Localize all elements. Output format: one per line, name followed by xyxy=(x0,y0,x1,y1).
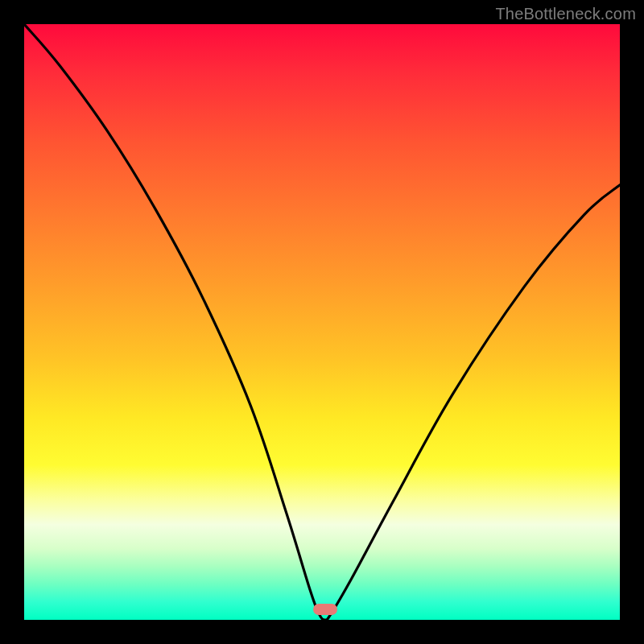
minimum-marker xyxy=(313,604,337,615)
chart-frame: TheBottleneck.com xyxy=(0,0,644,644)
bottleneck-curve xyxy=(24,24,620,620)
plot-area xyxy=(24,24,620,620)
watermark-text: TheBottleneck.com xyxy=(495,5,636,23)
curve-svg xyxy=(24,24,620,620)
